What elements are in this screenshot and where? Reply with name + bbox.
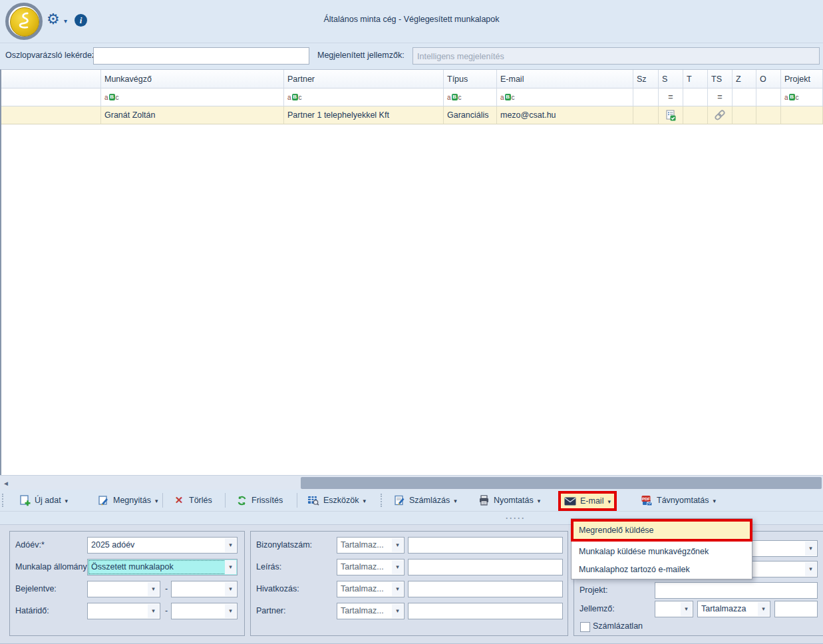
scrollbar-thumb[interactable]: [301, 477, 822, 489]
query-bar: Oszlopvarázsló lekérdezés: Megjelenített…: [0, 43, 823, 69]
chevron-down-icon[interactable]: [225, 560, 236, 574]
chevron-down-icon[interactable]: [392, 538, 403, 552]
chevron-down-icon[interactable]: [454, 496, 457, 505]
column-header-z[interactable]: Z: [733, 70, 756, 88]
open-button[interactable]: Megnyitás: [93, 492, 162, 509]
cell-t[interactable]: [683, 106, 708, 124]
deadline-to-combo[interactable]: [171, 603, 238, 619]
worksheet-stock-combo[interactable]: Összetett munkalapok: [87, 559, 238, 575]
feature-combo[interactable]: [655, 601, 693, 617]
chevron-down-icon[interactable]: [758, 602, 769, 616]
cell-email[interactable]: mezo@csat.hu: [497, 106, 633, 124]
filter-cell-projekt[interactable]: [781, 88, 823, 106]
column-header-t[interactable]: T: [683, 70, 708, 88]
unbilled-checkbox[interactable]: [580, 622, 590, 632]
tools-button[interactable]: Eszközök: [303, 492, 370, 509]
chevron-down-icon[interactable]: [607, 496, 611, 506]
delete-button[interactable]: Törlés: [169, 492, 216, 509]
filter-cell-sz[interactable]: [633, 88, 659, 106]
app-window: Általános minta cég - Véglegesített munk…: [0, 0, 823, 644]
column-header-partner[interactable]: Partner: [284, 70, 444, 88]
scroll-left-arrow-icon[interactable]: [0, 476, 12, 490]
cell-s[interactable]: [659, 106, 683, 124]
filter-cell-t[interactable]: [683, 88, 708, 106]
filter-cell[interactable]: [1, 88, 101, 106]
reported-from-combo[interactable]: [87, 581, 160, 597]
menu-item-send-order[interactable]: Megrendelő küldése: [571, 519, 752, 542]
filter-cell-ts[interactable]: [708, 88, 733, 106]
toolbar-grip[interactable]: [381, 494, 385, 507]
chevron-down-icon[interactable]: [225, 538, 236, 552]
table-row[interactable]: Granát Zoltán Partner 1 telephelyekkel K…: [1, 106, 823, 124]
partner-operator-combo[interactable]: Tartalmaz...: [337, 603, 405, 619]
column-header-projekt[interactable]: Projekt: [781, 70, 823, 88]
chevron-down-icon[interactable]: [392, 560, 403, 574]
partner-input[interactable]: [408, 603, 563, 619]
reference-input[interactable]: [408, 581, 563, 597]
cell-sz[interactable]: [633, 106, 659, 124]
grid-header-row: Munkavégző Partner Típus E-mail Sz S T T…: [1, 70, 823, 88]
filter-cell-o[interactable]: [756, 88, 781, 106]
column-header-ts[interactable]: TS: [708, 70, 733, 88]
project-input[interactable]: [655, 582, 818, 599]
feature-input[interactable]: [774, 601, 818, 617]
column-header-tipus[interactable]: Típus: [444, 70, 497, 88]
cell-o[interactable]: [756, 106, 781, 124]
document-number-operator-combo[interactable]: Tartalmaz...: [337, 537, 405, 554]
panel-splitter-grip[interactable]: [506, 514, 526, 523]
feature-operator-combo[interactable]: Tartalmazza: [697, 601, 770, 617]
chevron-down-icon[interactable]: [805, 542, 816, 556]
remote-print-button[interactable]: PDF Távnyomtatás: [637, 492, 720, 509]
new-record-button[interactable]: Új adat: [15, 492, 72, 509]
chevron-down-icon[interactable]: [363, 496, 367, 505]
deadline-from-combo[interactable]: [87, 603, 160, 619]
filter-cell-munkavegzo[interactable]: [101, 88, 284, 106]
column-header-s[interactable]: S: [659, 70, 683, 88]
chevron-down-icon[interactable]: [225, 582, 236, 596]
menu-item-send-worksheet[interactable]: Munkalap küldése munkavégzőnek: [572, 542, 752, 560]
chevron-down-icon[interactable]: [713, 496, 717, 505]
document-number-input[interactable]: [408, 537, 563, 554]
chevron-down-icon[interactable]: [148, 604, 159, 618]
toolbar-grip[interactable]: [2, 494, 6, 507]
cell-z[interactable]: [733, 106, 756, 124]
print-button[interactable]: Nyomtatás: [474, 492, 544, 509]
column-header-sz[interactable]: Sz: [633, 70, 659, 88]
horizontal-scrollbar[interactable]: [0, 475, 823, 490]
chevron-down-icon[interactable]: [681, 602, 692, 616]
menu-item-worksheet-emails[interactable]: Munkalaphoz tartozó e-mailek: [572, 560, 752, 578]
reported-to-combo[interactable]: [171, 581, 238, 597]
tax-year-combo[interactable]: 2025 adóév: [87, 537, 238, 554]
cell-ts[interactable]: [708, 106, 733, 124]
filter-cell-z[interactable]: [733, 88, 756, 106]
reference-operator-combo[interactable]: Tartalmaz...: [337, 581, 405, 597]
invoicing-button[interactable]: Számlázás: [389, 492, 461, 509]
filter-cell-partner[interactable]: [284, 88, 444, 106]
description-operator-combo[interactable]: Tartalmaz...: [337, 559, 405, 575]
column-header-indicator[interactable]: [1, 70, 101, 88]
refresh-button[interactable]: Frissítés: [232, 492, 287, 509]
chevron-down-icon[interactable]: [225, 604, 236, 618]
filter-cell-email[interactable]: [497, 88, 633, 106]
cell-projekt[interactable]: [781, 106, 823, 124]
cell-tipus[interactable]: Garanciális: [444, 106, 497, 124]
chevron-down-icon[interactable]: [805, 562, 816, 576]
cell-partner[interactable]: Partner 1 telephelyekkel Kft: [284, 106, 444, 124]
chevron-down-icon[interactable]: [148, 582, 159, 596]
equals-filter-icon: [668, 92, 673, 102]
description-input[interactable]: [408, 559, 563, 575]
cell-munkavegzo[interactable]: Granát Zoltán: [101, 106, 284, 124]
filter-cell-s[interactable]: [659, 88, 683, 106]
chevron-down-icon[interactable]: [155, 496, 158, 505]
email-button[interactable]: E-mail: [558, 491, 617, 511]
chevron-down-icon[interactable]: [65, 496, 69, 505]
column-header-o[interactable]: O: [756, 70, 781, 88]
column-header-email[interactable]: E-mail: [497, 70, 633, 88]
column-wizard-input[interactable]: [93, 47, 309, 65]
filter-cell-tipus[interactable]: [444, 88, 497, 106]
chevron-down-icon[interactable]: [538, 496, 541, 505]
displayed-features-label: Megjelenített jellemzők:: [317, 51, 405, 60]
chevron-down-icon[interactable]: [392, 604, 403, 618]
chevron-down-icon[interactable]: [392, 582, 403, 596]
column-header-munkavegzo[interactable]: Munkavégző: [101, 70, 284, 88]
